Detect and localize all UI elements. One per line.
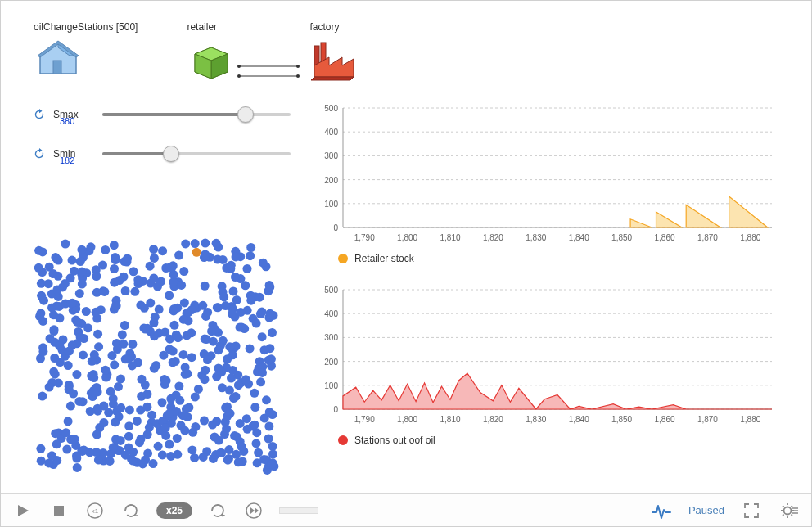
svg-point-430 [78,268,87,277]
svg-point-408 [165,291,174,300]
svg-point-342 [51,429,60,438]
svg-text:1,850: 1,850 [611,415,632,424]
scatter-plot [34,238,279,475]
svg-point-473 [214,436,223,445]
play-button[interactable] [12,500,34,521]
svg-point-132 [223,456,232,465]
gear-icon [780,502,798,520]
svg-text:1,800: 1,800 [397,415,417,424]
fast-forward-button[interactable] [243,500,264,521]
svg-point-517 [111,417,120,426]
svg-text:1,790: 1,790 [354,233,375,242]
charts-panel: 01002003004005001,7901,8001,8101,8201,83… [312,103,787,466]
svg-point-169 [201,335,210,344]
svg-point-410 [161,423,170,432]
slider-thumb[interactable] [163,146,179,162]
svg-point-307 [72,452,81,461]
svg-text:200: 200 [324,176,338,185]
svg-point-268 [213,303,222,312]
svg-point-514 [138,459,147,468]
svg-text:1,830: 1,830 [526,415,546,424]
svg-point-397 [219,292,228,301]
svg-text:1,820: 1,820 [483,415,503,424]
svg-point-493 [165,263,174,272]
svg-point-575 [784,507,792,514]
legend-label: Stations out oof oil [354,435,435,446]
settings-button[interactable] [778,500,800,521]
svg-point-468 [94,342,103,351]
refresh-icon [34,109,45,120]
svg-point-355 [128,340,137,349]
stop-button[interactable] [48,500,70,521]
refresh-icon [34,148,45,160]
svg-text:x1: x1 [92,507,99,515]
chart-svg: 01002003004005001,7901,8001,8101,8201,83… [312,103,778,244]
svg-point-179 [191,393,200,402]
svg-text:1,870: 1,870 [697,233,718,242]
svg-point-380 [172,390,181,399]
svg-point-346 [165,345,174,354]
svg-point-363 [234,457,243,466]
svg-point-282 [252,428,261,437]
svg-point-431 [259,455,268,464]
agent-retailer[interactable]: retailer [187,21,301,82]
svg-text:1,790: 1,790 [354,415,375,424]
svg-point-392 [36,444,45,453]
svg-point-261 [129,457,138,466]
agent-label: oilChangeStations [500] [34,21,138,33]
slider-track[interactable] [102,106,291,123]
speed-up-button[interactable]: + [207,500,228,521]
svg-point-411 [232,450,241,459]
svg-point-272 [52,439,61,448]
playback-toolbar: x1 − x25 + Paused [1,493,811,526]
agent-factory[interactable]: factory [309,21,359,83]
svg-point-403 [149,245,158,254]
svg-point-148 [252,439,261,448]
slider-thumb[interactable] [237,106,254,123]
speed-indicator[interactable]: x25 [156,502,192,519]
svg-point-334 [158,398,167,407]
fullscreen-button[interactable] [741,500,762,521]
svg-point-419 [194,385,203,394]
slow-down-button[interactable]: − [120,500,142,521]
svg-point-242 [237,322,246,331]
svg-point-22 [200,417,209,426]
svg-point-409 [201,366,210,375]
fast-forward-icon [246,502,262,519]
svg-point-294 [246,344,255,353]
slider-track[interactable] [102,146,291,162]
svg-point-9 [237,65,241,68]
svg-point-452 [173,434,182,443]
svg-text:400: 400 [324,128,338,137]
svg-point-461 [114,382,123,391]
svg-point-441 [258,332,267,341]
svg-point-499 [165,409,174,418]
svg-point-497 [154,442,163,451]
svg-point-108 [229,286,238,295]
svg-marker-16 [314,57,354,77]
svg-point-88 [179,267,188,276]
svg-point-492 [36,309,45,318]
speed-up-icon: + [209,502,227,520]
svg-point-213 [87,372,96,381]
activity-button[interactable] [651,500,672,521]
svg-text:100: 100 [324,200,338,209]
svg-point-466 [178,411,187,420]
svg-text:100: 100 [324,381,338,390]
svg-point-278 [68,256,77,265]
svg-point-371 [53,272,62,281]
svg-point-481 [141,325,150,334]
agent-label: factory [309,21,359,33]
svg-point-356 [259,259,268,268]
svg-point-246 [142,403,151,412]
svg-point-439 [250,389,259,398]
svg-point-33 [62,445,71,454]
svg-point-30 [192,248,201,257]
speed-reset-button[interactable]: x1 [84,500,106,521]
svg-point-417 [45,383,54,392]
box-icon [187,39,236,80]
svg-point-263 [170,321,179,330]
svg-point-189 [92,430,102,439]
agent-oil-change-stations[interactable]: oilChangeStations [500] [34,21,138,79]
svg-point-140 [177,281,186,290]
